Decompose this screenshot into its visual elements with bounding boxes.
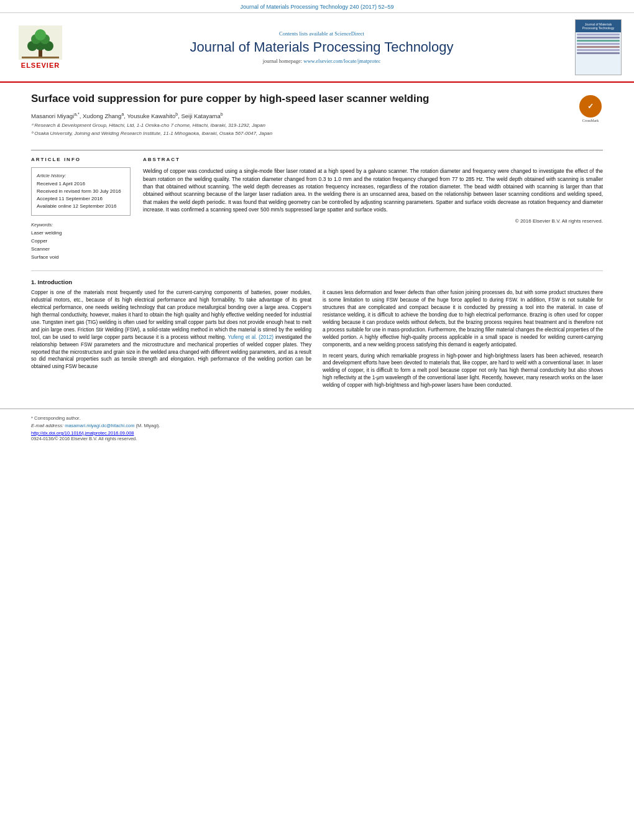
- svg-point-7: [35, 29, 46, 40]
- keyword-4: Surface void: [31, 254, 131, 262]
- affiliation-a: ᵃ Research & Development Group, Hitachi,…: [31, 122, 569, 128]
- svg-rect-8: [22, 57, 59, 58]
- introduction-left-col: Copper is one of the materials most freq…: [31, 289, 311, 393]
- accepted-date: Accepted 11 September 2016: [37, 195, 125, 203]
- section-title-text: Introduction: [38, 279, 72, 285]
- author-email-link[interactable]: masamari.miyagi.dc@hitachi.com: [65, 423, 134, 428]
- journal-title-center: Contents lists available at ScienceDirec…: [75, 30, 569, 64]
- doi-link[interactable]: http://dx.doi.org/10.1016/j.jmatprotec.2…: [31, 430, 603, 436]
- journal-reference: Journal of Materials Processing Technolo…: [241, 4, 394, 10]
- keywords-label: Keywords:: [31, 222, 131, 228]
- available-date: Available online 12 September 2016: [37, 203, 125, 210]
- revised-date: Received in revised form 30 July 2016: [37, 188, 125, 195]
- author-miyagi: Masanori Miyagia,*,: [31, 113, 83, 119]
- crossmark-badge[interactable]: ✓ CrossMark: [578, 95, 603, 122]
- journal-homepage-text: journal homepage: www.elsevier.com/locat…: [75, 58, 569, 64]
- introduction-section: 1. Introduction Copper is one of the mat…: [31, 279, 603, 393]
- abstract-column: ABSTRACT Welding of copper was conducted…: [143, 157, 603, 261]
- author-zhang: Xudong Zhanga,: [83, 113, 127, 119]
- article-info-heading: ARTICLE INFO: [31, 157, 131, 162]
- abstract-text: Welding of copper was conducted using a …: [143, 167, 603, 213]
- journal-name: Journal of Materials Processing Technolo…: [75, 39, 569, 55]
- sciencedirect-link[interactable]: ScienceDirect: [334, 30, 364, 37]
- authors: Masanori Miyagia,*, Xudong Zhanga, Yousu…: [31, 112, 569, 119]
- keywords-section: Keywords: Laser welding Copper Scanner S…: [31, 222, 131, 261]
- intro-para-1: Copper is one of the materials most freq…: [31, 289, 311, 371]
- journal-header: ELSEVIER Contents lists available at Sci…: [0, 13, 634, 83]
- article-info-column: ARTICLE INFO Article history: Received 1…: [31, 157, 131, 261]
- history-label: Article history:: [37, 173, 125, 178]
- author-katayama: Seiji Katayamab: [181, 113, 223, 119]
- introduction-title: 1. Introduction: [31, 279, 603, 285]
- email-note: E-mail address: masamari.miyagi.dc@hitac…: [31, 423, 603, 428]
- journal-homepage-link[interactable]: www.elsevier.com/locate/jmatprotec: [303, 58, 380, 64]
- footer-area: * Corresponding author. E-mail address: …: [0, 408, 634, 446]
- crossmark-icon: ✓: [579, 95, 602, 118]
- issn-notice: 0924-0136/© 2016 Elsevier B.V. All right…: [31, 436, 603, 441]
- intro-para-2: it causes less deformation and fewer def…: [323, 289, 603, 348]
- section-divider: [31, 270, 603, 271]
- article-title-area: Surface void suppression for pure copper…: [31, 92, 603, 144]
- section-number: 1.: [31, 279, 36, 285]
- keyword-1: Laser welding: [31, 229, 131, 238]
- contents-available-text: Contents lists available at ScienceDirec…: [75, 30, 569, 37]
- received-date: Received 1 April 2016: [37, 180, 125, 188]
- article-title: Surface void suppression for pure copper…: [31, 92, 569, 106]
- crossmark-label: CrossMark: [582, 119, 599, 122]
- intro-para-3: In recent years, during which remarkable…: [323, 353, 603, 389]
- author-kawahito: Yousuke Kawahitob,: [127, 113, 181, 119]
- affiliation-b: ᵇ Osaka University, Joining and Welding …: [31, 131, 569, 136]
- introduction-right-col: it causes less deformation and fewer def…: [323, 289, 603, 393]
- journal-reference-bar: Journal of Materials Processing Technolo…: [0, 0, 634, 13]
- article-info-abstract-section: ARTICLE INFO Article history: Received 1…: [31, 150, 603, 261]
- page: Journal of Materials Processing Technolo…: [0, 0, 634, 840]
- inline-citation-yufeng: Yufeng et al. (2012): [228, 335, 274, 340]
- copyright-notice: © 2016 Elsevier B.V. All rights reserved…: [143, 218, 603, 224]
- journal-cover-image: Journal of Materials Processing Technolo…: [575, 19, 622, 75]
- introduction-body: Copper is one of the materials most freq…: [31, 289, 603, 393]
- keyword-2: Copper: [31, 238, 131, 246]
- keyword-3: Scanner: [31, 246, 131, 254]
- elsevier-logo: ELSEVIER: [12, 25, 68, 69]
- elsevier-brand-label: ELSEVIER: [21, 62, 60, 69]
- elsevier-tree-icon: [19, 25, 62, 60]
- corresponding-author-note: * Corresponding author.: [31, 415, 603, 421]
- main-content: Surface void suppression for pure copper…: [0, 83, 634, 402]
- abstract-heading: ABSTRACT: [143, 157, 603, 162]
- article-title-text: Surface void suppression for pure copper…: [31, 92, 569, 139]
- article-history-box: Article history: Received 1 April 2016 R…: [31, 167, 131, 216]
